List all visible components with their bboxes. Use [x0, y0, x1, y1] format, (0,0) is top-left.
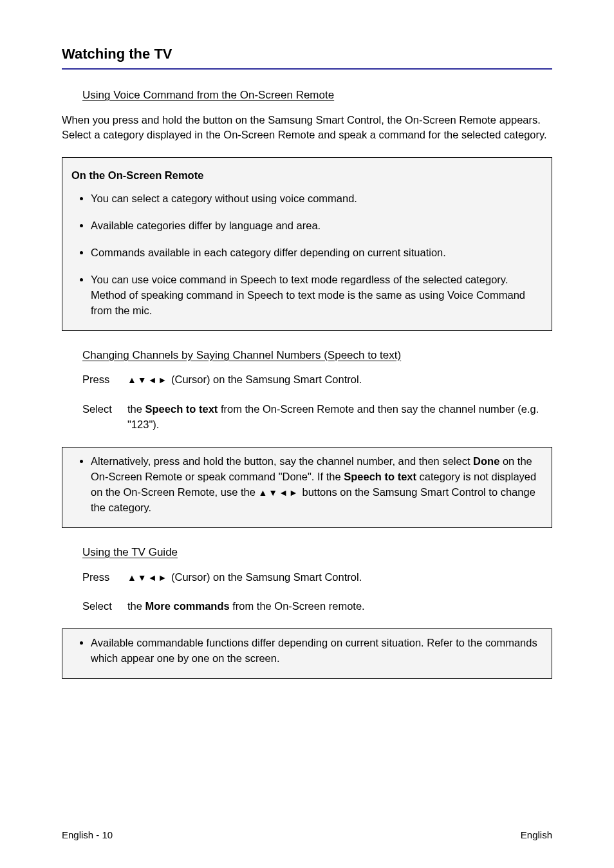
text-fragment: Alternatively, press and hold the button… [91, 455, 473, 467]
section-tv-guide: Using the TV Guide [82, 545, 552, 570]
instruction-text: the Speech to text from the On-Screen Re… [127, 402, 552, 433]
text-fragment: from the On-Screen remote. [230, 600, 365, 612]
note-item: Commands available in each category diff… [91, 245, 543, 261]
note-list: Alternatively, press and hold the button… [71, 454, 543, 516]
speech-to-text-token: Speech to text [344, 471, 416, 482]
footer-left: English - 10 [62, 828, 113, 842]
instruction-label: Select [82, 402, 127, 417]
section-heading: Changing Channels by Saying Channel Numb… [82, 348, 401, 364]
instruction-row-3: Press ▲▼◄► (Cursor) on the Samsung Smart… [82, 570, 552, 585]
more-commands-token: More commands [145, 600, 230, 612]
directional-arrows-icon: ▲▼◄► [127, 572, 168, 583]
footer-right: English [521, 828, 552, 842]
section-1-intro: When you press and hold the button on th… [62, 113, 552, 144]
note-list: Available commandable functions differ d… [71, 636, 543, 666]
note-box-2: Alternatively, press and hold the button… [62, 447, 552, 528]
page: Watching the TV Using Voice Command from… [0, 0, 614, 868]
note-title: On the On-Screen Remote [71, 168, 543, 184]
text-fragment: (Cursor) on the Samsung Smart Control. [168, 571, 362, 583]
note-item: You can select a category without using … [91, 191, 543, 207]
directional-arrows-icon: ▲▼◄► [127, 375, 168, 386]
done-token: Done [473, 455, 499, 467]
instruction-row-4: Select the More commands from the On-Scr… [82, 599, 552, 614]
section-heading: Using the TV Guide [82, 545, 178, 561]
section-changing-channels: Changing Channels by Saying Channel Numb… [82, 348, 552, 373]
speech-to-text-token: Speech to text [145, 403, 218, 415]
section-voice-command-onscreen: Using Voice Command from the On-Screen R… [82, 88, 552, 113]
directional-arrows-icon: ▲▼◄► [258, 488, 299, 498]
note-item: Available categories differ by language … [91, 218, 543, 234]
section-heading: Using Voice Command from the On-Screen R… [82, 88, 334, 104]
instruction-text: the More commands from the On-Screen rem… [127, 599, 365, 614]
note-box-3: Available commandable functions differ d… [62, 628, 552, 679]
note-list: You can select a category without using … [71, 191, 543, 319]
instruction-text: ▲▼◄► (Cursor) on the Samsung Smart Contr… [127, 372, 362, 388]
note-item: Available commandable functions differ d… [91, 636, 543, 666]
page-title: Watching the TV [62, 44, 552, 64]
text-fragment: the [127, 403, 145, 415]
instruction-row-2: Select the Speech to text from the On-Sc… [82, 402, 552, 433]
instruction-label: Select [82, 599, 127, 614]
instruction-label: Press [82, 372, 127, 388]
text-fragment: (Cursor) on the Samsung Smart Control. [168, 373, 362, 385]
instruction-row-1: Press ▲▼◄► (Cursor) on the Samsung Smart… [82, 372, 552, 388]
text-fragment: the [127, 600, 145, 612]
page-footer: English - 10 English [0, 828, 614, 842]
note-item: You can use voice command in Speech to t… [91, 272, 543, 319]
note-item: Alternatively, press and hold the button… [91, 454, 543, 516]
instruction-label: Press [82, 570, 127, 585]
note-box-1: On the On-Screen Remote You can select a… [62, 157, 552, 330]
instruction-text: ▲▼◄► (Cursor) on the Samsung Smart Contr… [127, 570, 362, 585]
title-rule [62, 68, 552, 70]
